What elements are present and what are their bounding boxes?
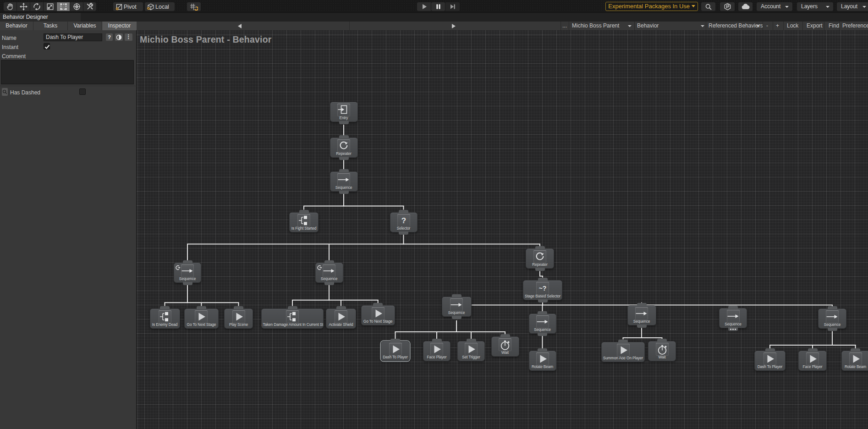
- svg-text:~?: ~?: [539, 285, 547, 292]
- svg-text:?: ?: [401, 216, 406, 225]
